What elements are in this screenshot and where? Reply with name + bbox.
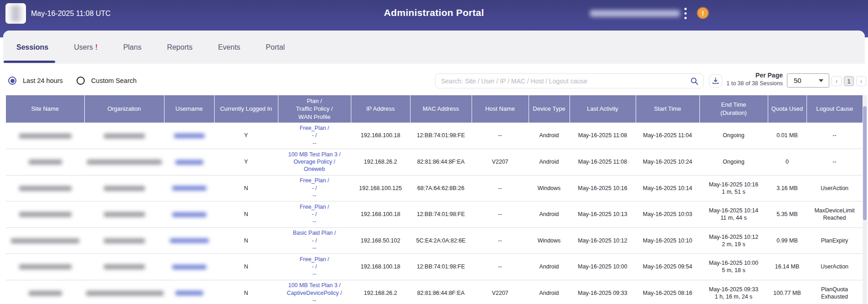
tab-events[interactable]: Events [205,43,253,52]
org-blurred [104,134,145,139]
sessions-table-wrap: Site NameOrganizationUsernameCurrently L… [6,95,863,304]
cell-ip: 192.168.100.18 [351,123,410,149]
cell-logout: MaxDeviceLimit Reached [806,201,863,228]
tab-sessions[interactable]: Sessions [4,43,61,52]
cell-org [84,227,164,254]
kebab-menu-icon[interactable] [684,8,687,10]
cell-host: -- [472,201,529,228]
cell-mac: 82:81:86:44:8F:EA [410,149,472,175]
download-button[interactable] [709,74,722,88]
site-blurred [29,291,62,296]
cell-plan[interactable]: 100 MB Test Plan 3 / CaptiveDevicePolicy… [278,280,351,304]
tab-bar: SessionsUsers!PlansReportsEventsPortal 2… [3,31,865,64]
search-input[interactable] [441,74,687,88]
user-blurred[interactable] [170,238,209,243]
col-header-plan[interactable]: Plan / Traffic Policy / WAN Profile [278,95,351,123]
col-header-org[interactable]: Organization [84,95,164,123]
col-header-quota[interactable]: Quota Used [768,95,806,123]
cell-device: Android [529,149,570,175]
cell-quota: 5.35 MB [768,201,806,228]
tab-label: Users [74,43,93,51]
cell-org [84,175,164,201]
cell-start: May-16-2025 08:16 [636,280,699,304]
col-header-last_act[interactable]: Last Activity [570,95,636,123]
col-header-ip[interactable]: IP Address [351,95,410,123]
per-page-select[interactable]: 50 [787,73,829,88]
cell-quota: 100.77 MB [768,280,806,304]
prev-page-button[interactable]: ‹ [832,76,842,86]
col-header-start[interactable]: Start Time [636,95,699,123]
radio-selected-icon[interactable] [8,77,16,85]
cell-host: -- [472,175,529,201]
cell-logged_in: N [214,254,278,280]
cell-logged_in: N [214,280,278,304]
site-blurred [19,186,72,191]
tab-users[interactable]: Users! [61,43,110,52]
cell-plan[interactable]: Free_Plan / - / -- [278,254,351,280]
cell-plan[interactable]: Free_Plan / - / -- [278,123,351,149]
col-header-device[interactable]: Device Type [529,95,570,123]
cell-ip: 192.168.100.18 [351,254,410,280]
user-blurred[interactable] [172,186,206,191]
radio-last-24-hours[interactable]: Last 24 hours [8,77,63,85]
tab-label: Plans [123,43,141,51]
radio-unselected-icon[interactable] [77,77,85,85]
cell-logout: PlanQuota Exhausted [806,280,863,304]
col-header-user[interactable]: Username [164,95,214,123]
user-blurred[interactable] [174,134,205,138]
app-logo[interactable] [5,3,26,24]
user-email-blurred[interactable] [590,10,680,17]
page-number-button[interactable]: 1 [844,76,854,86]
per-page-value: 50 [794,77,801,84]
cell-plan[interactable]: Free_Plan / - / -- [278,201,351,228]
radio-label: Custom Search [91,77,137,84]
nav-tabs: SessionsUsers!PlansReportsEventsPortal [4,31,298,64]
vertical-scrollbar[interactable] [863,95,867,304]
user-blurred[interactable] [175,160,203,165]
cell-user [164,123,214,149]
user-blurred[interactable] [172,265,206,269]
cell-quota: 0.99 MB [768,227,806,254]
col-header-host[interactable]: Host Name [472,95,529,123]
session-search [435,73,704,88]
cell-last_act: May-16-2025 09:33 [570,280,636,304]
cell-plan[interactable]: Free_Plan / - / -- [278,175,351,201]
site-blurred [29,160,62,165]
cell-last_act: May-16-2025 11:08 [570,123,636,149]
cell-user [164,227,214,254]
col-header-site[interactable]: Site Name [6,95,84,123]
tab-reports[interactable]: Reports [154,43,205,52]
cell-plan[interactable]: 100 MB Test Plan 3 / Overage Policy / On… [278,149,351,175]
cell-device: Android [529,254,570,280]
col-header-logged_in[interactable]: Currently Logged In [214,95,278,123]
col-header-logout[interactable]: Logout Cause [806,95,863,123]
cell-quota: 0 [768,149,806,175]
cell-ip: 192.168.100.18 [351,201,410,228]
cell-end: May-16-2025 10:14 11 m, 44 s [699,201,768,228]
cell-logged_in: Y [214,149,278,175]
cell-end: Ongoing [699,149,768,175]
cell-mac: 12:BB:74:01:98:FE [410,254,472,280]
scrollbar-thumb[interactable] [863,106,867,220]
tab-plans[interactable]: Plans [110,43,154,52]
pagination: ‹ 1 › [832,76,866,86]
site-blurred [19,212,72,217]
cell-plan[interactable]: Basic Paid Plan / - / -- [278,227,351,254]
user-blurred[interactable] [172,212,206,217]
cell-host: -- [472,254,529,280]
tab-label: Reports [167,43,192,51]
col-header-mac[interactable]: MAC Address [410,95,472,123]
cell-end: May-16-2025 10:00 5 m, 18 s [699,254,768,280]
cell-user [164,175,214,201]
search-icon[interactable] [690,77,699,87]
next-page-button[interactable]: › [856,76,866,86]
tab-portal[interactable]: Portal [253,43,298,52]
org-blurred [104,264,145,269]
cell-last_act: May-16-2025 10:00 [570,254,636,280]
alert-badge-icon[interactable]: ! [698,8,708,18]
radio-custom-search[interactable]: Custom Search [77,77,137,85]
col-header-end[interactable]: End Time (Duration) [699,95,768,123]
user-blurred[interactable] [175,291,203,295]
per-page-block: Per Page 1 to 38 of 38 Sessions [724,72,783,87]
cell-logout: PlanExpiry [806,227,863,254]
